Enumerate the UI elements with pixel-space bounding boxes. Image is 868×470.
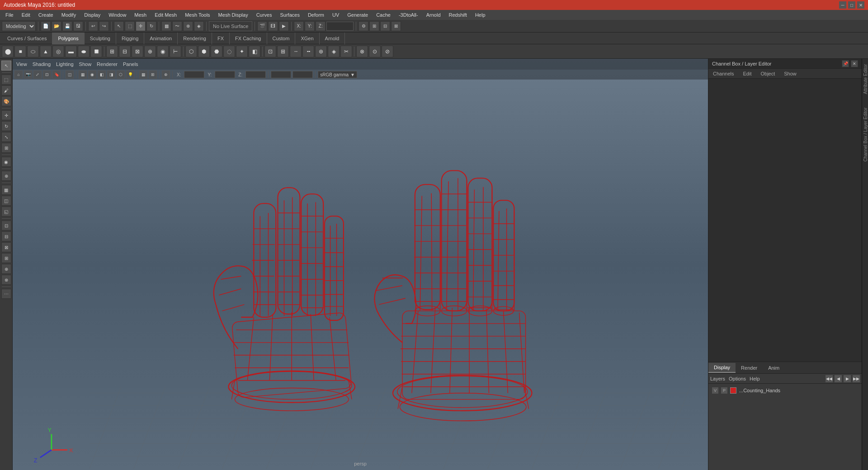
coord-x-input[interactable] — [326, 22, 354, 31]
lasso-tool-btn[interactable]: ⬚ — [1, 75, 11, 85]
shelf-bridge[interactable]: ⬢ — [198, 46, 210, 57]
menu-surfaces[interactable]: Surfaces — [276, 11, 303, 19]
maximize-button[interactable]: □ — [848, 1, 855, 9]
shelf-delete-edge[interactable]: ⊘ — [382, 46, 393, 57]
vp-shaded-btn[interactable]: ◨ — [107, 70, 115, 79]
close-button[interactable]: ✕ — [857, 1, 864, 9]
render-seq-btn[interactable]: 🎞 — [268, 21, 278, 31]
shelf-connect[interactable]: ╌ — [290, 46, 302, 57]
layer-play-back[interactable]: ◀◀ — [826, 375, 833, 382]
live-surface-btn[interactable]: No Live Surface — [209, 21, 252, 31]
tab-fx-caching[interactable]: FX Caching — [230, 33, 267, 44]
rotate-tool-btn[interactable]: ↻ — [1, 121, 11, 131]
menu-file[interactable]: File — [2, 11, 17, 19]
channel-box-tab[interactable]: Channel Box / Layer Editor — [862, 106, 868, 164]
channel-tab-edit[interactable]: Edit — [738, 70, 756, 78]
menu-mesh[interactable]: Mesh — [131, 11, 150, 19]
shelf-poke[interactable]: ✦ — [236, 46, 248, 57]
layer-fwd[interactable]: ▶▶ — [853, 375, 860, 382]
menu-edit[interactable]: Edit — [18, 11, 34, 19]
layer-play[interactable]: ▶ — [844, 375, 851, 382]
channel-box-pin[interactable]: 📌 — [842, 60, 849, 67]
vp-fit-btn[interactable]: ⤢ — [33, 70, 42, 79]
tab-curves-surfaces[interactable]: Curves / Surfaces — [2, 33, 52, 44]
menu-arnold[interactable]: Arnold — [423, 11, 444, 19]
attr-editor-tab[interactable]: Attribute Editor — [862, 62, 868, 96]
layer-p-toggle[interactable]: P — [721, 387, 727, 394]
channel-box-close[interactable]: ✕ — [851, 60, 858, 67]
yform-btn[interactable]: Y: — [305, 21, 315, 31]
vp-frame-btn[interactable]: ⊡ — [43, 70, 51, 79]
vp-y-input[interactable] — [215, 71, 235, 78]
select-tool-btn[interactable]: ↖ — [1, 61, 11, 70]
tool4[interactable]: ⊞ — [1, 253, 11, 263]
tab-fx[interactable]: FX — [212, 33, 230, 44]
shelf-pipe[interactable]: 🔲 — [90, 46, 102, 57]
channel-tab-show[interactable]: Show — [779, 70, 801, 78]
snap-surface[interactable]: ◈ — [194, 21, 204, 31]
save-btn[interactable]: 💾 — [62, 21, 72, 31]
shelf-cone[interactable]: ▲ — [40, 46, 52, 57]
rotate-tool[interactable]: ↻ — [146, 21, 156, 31]
menu-mesh-display[interactable]: Mesh Display — [215, 11, 252, 19]
vp-val2-input[interactable]: 1.00 — [292, 71, 313, 78]
show-menu[interactable]: Show — [79, 61, 92, 67]
tool5[interactable]: ⊕ — [1, 264, 11, 274]
menu-redshift[interactable]: Redshift — [445, 11, 471, 19]
menu-mesh-tools[interactable]: Mesh Tools — [181, 11, 213, 19]
view-menu[interactable]: View — [16, 61, 27, 67]
tab-rendering[interactable]: Rendering — [178, 33, 212, 44]
menu-window[interactable]: Window — [105, 11, 130, 19]
subtab-options[interactable]: Options — [729, 376, 746, 381]
menu-help[interactable]: Help — [472, 11, 489, 19]
panels-menu[interactable]: Panels — [123, 61, 138, 67]
vp-xray-btn[interactable]: ⊕ — [162, 70, 170, 79]
menu-edit-mesh[interactable]: Edit Mesh — [151, 11, 180, 19]
shelf-combine[interactable]: ⊞ — [106, 46, 118, 57]
scale-tool-btn[interactable]: ⤡ — [1, 132, 11, 142]
shelf-mirror[interactable]: ⊢ — [170, 46, 181, 57]
shelf-insert-loop[interactable]: ⊡ — [264, 46, 276, 57]
menu-display[interactable]: Display — [80, 11, 104, 19]
shelf-target-weld[interactable]: ⊛ — [315, 46, 327, 57]
extra-tool[interactable]: ⋯ — [1, 289, 11, 299]
layer-back[interactable]: ◀ — [835, 375, 842, 382]
shading-menu[interactable]: Shading — [33, 61, 51, 67]
shelf-sphere[interactable]: ⬤ — [2, 46, 14, 57]
shelf-disc[interactable]: ⬬ — [78, 46, 90, 57]
soft-select-btn[interactable]: ◉ — [1, 157, 11, 167]
shelf-fill-hole[interactable]: ◌ — [223, 46, 235, 57]
tool1[interactable]: ⊡ — [1, 221, 11, 230]
snap-curve[interactable]: 〜 — [172, 21, 182, 31]
menu-generate[interactable]: Generate — [344, 11, 372, 19]
ui3-btn[interactable]: ⊠ — [391, 21, 401, 31]
tab-custom[interactable]: Custom — [267, 33, 296, 44]
save-as-btn[interactable]: 🖫 — [73, 21, 83, 31]
vp-light-btn[interactable]: 💡 — [126, 70, 134, 79]
menu-cache[interactable]: Cache — [373, 11, 394, 19]
vp-val1-input[interactable]: 0.00 — [271, 71, 291, 78]
vp-select-cam[interactable]: 📷 — [24, 70, 32, 79]
shelf-cylinder[interactable]: ⬭ — [27, 46, 39, 57]
lasso-tool[interactable]: ⬚ — [125, 21, 135, 31]
ui2-btn[interactable]: ⊟ — [380, 21, 390, 31]
shelf-bevel[interactable]: ◈ — [328, 46, 340, 57]
display-layer-btn[interactable]: ◱ — [1, 207, 11, 216]
vp-home-btn[interactable]: ⌂ — [14, 70, 23, 79]
tab-display[interactable]: Display — [708, 363, 736, 373]
ipr-btn[interactable]: ▶ — [279, 21, 289, 31]
vp-hud-btn[interactable]: ⊞ — [149, 70, 157, 79]
lighting-menu[interactable]: Lighting — [56, 61, 74, 67]
tab-sculpting[interactable]: Sculpting — [85, 33, 116, 44]
vp-smooth-btn[interactable]: ◉ — [88, 70, 96, 79]
vp-grid-btn[interactable]: ▦ — [139, 70, 147, 79]
shelf-multi-cut[interactable]: ✂ — [340, 46, 352, 57]
zform-btn[interactable]: Z: — [316, 21, 326, 31]
mode-dropdown[interactable]: Modeling — [2, 21, 36, 31]
menu-deform[interactable]: Deform — [304, 11, 328, 19]
shelf-wedge[interactable]: ◧ — [249, 46, 260, 57]
universal-tool-btn[interactable]: ⊞ — [1, 143, 11, 153]
shelf-cube[interactable]: ■ — [14, 46, 26, 57]
shelf-collapse[interactable]: ⊙ — [369, 46, 381, 57]
extras-btn[interactable]: ⚙ — [359, 21, 368, 31]
